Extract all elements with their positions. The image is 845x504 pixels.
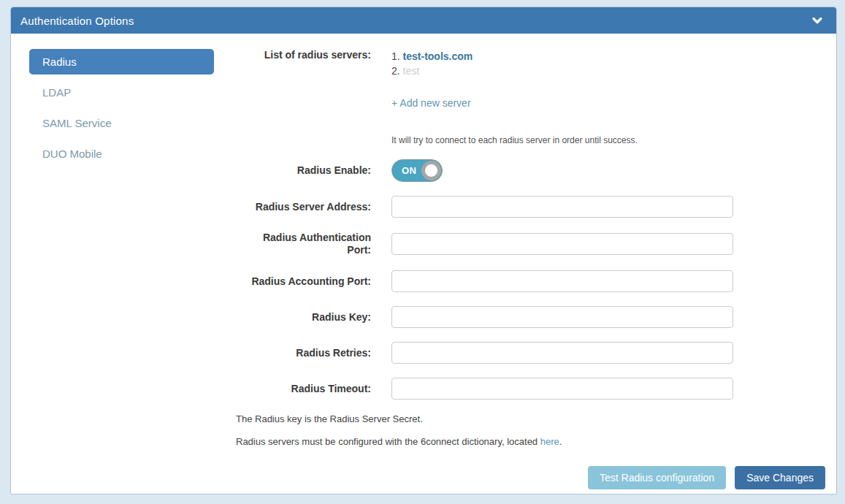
server-order-hint: It will try to connect to each radius se… [391,135,733,145]
sidebar-item-duo-mobile[interactable]: DUO Mobile [29,141,214,167]
button-row: Test Radius configuration Save Changes [214,447,836,495]
test-radius-configuration-button[interactable]: Test Radius configuration [588,466,726,489]
radius-server-address-label: Radius Server Address: [214,201,371,213]
radius-accounting-port-input[interactable] [391,270,733,292]
authentication-options-panel: Authentication Options Radius LDAP SAML … [10,7,837,495]
server-list-row: List of radius servers: 1. test-tools.co… [214,49,836,145]
dictionary-note: Radius servers must be configured with t… [236,436,836,447]
server-index: 1. [391,50,400,62]
save-changes-button[interactable]: Save Changes [735,466,825,489]
radius-form: List of radius servers: 1. test-tools.co… [214,49,836,495]
panel-header: Authentication Options [11,7,836,34]
radius-retries-row: Radius Retries: [214,342,836,364]
radius-timeout-row: Radius Timeout: [214,378,836,400]
radius-accounting-port-row: Radius Accounting Port: [214,270,836,292]
radius-timeout-input[interactable] [391,378,733,400]
toggle-knob [421,161,441,180]
server-index: 2. [391,65,400,77]
radius-key-label: Radius Key: [214,311,371,324]
radius-key-row: Radius Key: [214,306,836,328]
radius-timeout-label: Radius Timeout: [214,383,371,395]
server-list: 1. test-tools.com 2. test + Add new serv… [391,49,733,145]
sidebar-item-radius[interactable]: Radius [29,49,214,75]
dictionary-note-suffix: . [559,436,562,447]
radius-enable-label: Radius Enable: [214,164,371,177]
sidebar: Radius LDAP SAML Service DUO Mobile [29,49,214,495]
radius-retries-label: Radius Retries: [214,347,371,359]
radius-accounting-port-label: Radius Accounting Port: [214,275,371,288]
radius-server-address-input[interactable] [391,196,733,218]
server-list-label: List of radius servers: [214,49,371,61]
radius-enable-row: Radius Enable: ON [214,159,836,182]
radius-key-input[interactable] [391,306,733,328]
server-link-test[interactable]: test [403,65,420,77]
dictionary-note-text: Radius servers must be configured with t… [236,436,540,447]
panel-body: Radius LDAP SAML Service DUO Mobile List… [11,34,836,495]
radius-retries-input[interactable] [391,342,733,364]
radius-authentication-port-input[interactable] [391,233,733,255]
add-new-server-link[interactable]: + Add new server [391,97,471,109]
panel-title: Authentication Options [20,15,134,27]
dictionary-here-link[interactable]: here [540,436,559,447]
radius-enable-toggle[interactable]: ON [391,159,443,182]
sidebar-item-saml-service[interactable]: SAML Service [29,110,214,136]
radius-authentication-port-row: Radius Authentication Port: [214,232,836,256]
radius-server-address-row: Radius Server Address: [214,196,836,218]
server-list-item: 1. test-tools.com [391,49,733,64]
sidebar-item-ldap[interactable]: LDAP [29,80,214,105]
radius-key-note: The Radius key is the Radius Server Secr… [236,413,836,424]
toggle-on-text: ON [402,165,417,176]
radius-authentication-port-label: Radius Authentication Port: [214,232,371,256]
server-link-test-tools[interactable]: test-tools.com [403,50,473,62]
chevron-down-icon[interactable] [811,15,823,26]
server-list-item: 2. test [391,64,733,78]
